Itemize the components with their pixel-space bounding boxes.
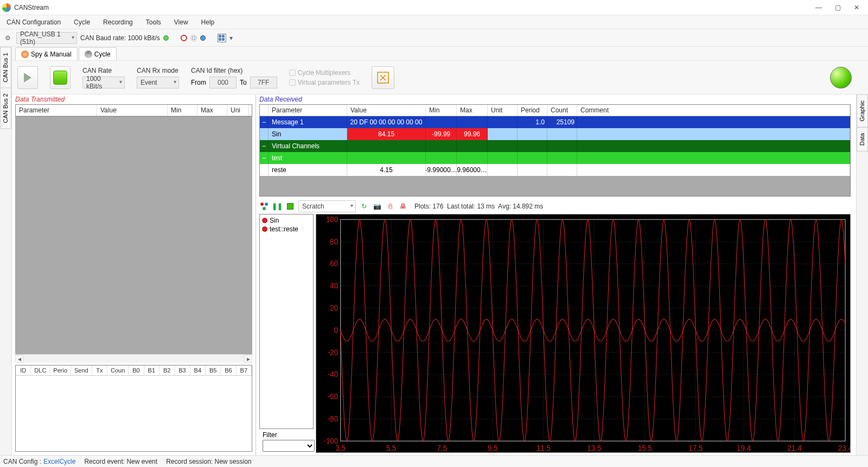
play-button[interactable] <box>17 66 38 89</box>
tx-scrollbar[interactable]: ◂ ▸ <box>15 354 252 363</box>
menu-recording[interactable]: Recording <box>97 16 139 28</box>
rx-col-max[interactable]: Max <box>457 105 488 116</box>
txraw-col-send[interactable]: Send <box>71 365 92 375</box>
tx-col-min[interactable]: Min <box>168 105 197 116</box>
svg-text:60: 60 <box>330 260 338 268</box>
menu-help[interactable]: Help <box>195 16 221 28</box>
menu-tools[interactable]: Tools <box>139 16 168 28</box>
print-icon[interactable]: 🖶 <box>398 201 408 211</box>
txraw-col-b1[interactable]: B1 <box>144 365 159 375</box>
virtual-tx-checkbox[interactable]: Virtual parameters Tx <box>289 79 360 86</box>
maximize-button[interactable]: ▢ <box>835 4 841 11</box>
tx-col-uni[interactable]: Uni <box>227 105 249 116</box>
rx-cell-comment <box>577 128 850 140</box>
menu-can-configuration[interactable]: CAN Configuration <box>0 16 67 28</box>
legend-item[interactable]: Sin <box>262 217 311 224</box>
filter-from-input[interactable] <box>209 77 237 89</box>
layout-dropdown-arrow[interactable]: ▾ <box>229 34 233 42</box>
rx-row[interactable]: −Virtual Channels <box>260 140 850 152</box>
rx-col-count[interactable]: Count <box>547 105 577 116</box>
layout-grid-button[interactable] <box>218 34 226 42</box>
refresh-icon[interactable]: ↻ <box>359 201 369 211</box>
status-config-link[interactable]: ExcelCycle <box>43 458 75 465</box>
expand-toggle[interactable] <box>260 128 269 140</box>
txraw-col-b4[interactable]: B4 <box>190 365 206 375</box>
statusbar: CAN Config : ExcelCycle Record event: Ne… <box>0 455 868 467</box>
status-config-label: CAN Config : <box>3 458 41 465</box>
tab-cycle[interactable]: Cycle <box>79 47 117 60</box>
green-box-button[interactable] <box>50 66 71 89</box>
pause-icon[interactable]: ❚❚ <box>272 201 282 211</box>
graph-preset-select[interactable]: Scratch <box>298 200 356 212</box>
config-button[interactable] <box>372 66 394 89</box>
close-button[interactable]: ✕ <box>854 4 859 11</box>
can-rate-select[interactable]: 1000 kBit/s <box>82 77 125 89</box>
txraw-col-b3[interactable]: B3 <box>175 365 190 375</box>
snapshot-icon[interactable]: ⎙ <box>385 201 395 211</box>
expand-toggle[interactable] <box>260 164 269 176</box>
legend-item[interactable]: test::reste <box>262 225 311 233</box>
expand-toggle[interactable]: − <box>260 116 269 128</box>
window-title: CANStream <box>14 4 49 11</box>
filter-to-input[interactable] <box>250 77 277 89</box>
device-select[interactable]: PCAN_USB 1 (51h) <box>16 32 77 44</box>
rx-col-comment[interactable]: Comment <box>577 105 850 116</box>
menu-cycle[interactable]: Cycle <box>67 16 97 28</box>
stop-button[interactable] <box>190 35 197 41</box>
legend-label: Sin <box>270 217 279 224</box>
rx-mode-select[interactable]: Event <box>137 77 179 89</box>
tab-spy-manual[interactable]: Spy & Manual <box>15 47 78 60</box>
rx-row[interactable]: −test <box>260 152 850 164</box>
txraw-col-coun[interactable]: Coun <box>107 365 129 375</box>
txraw-col-b0[interactable]: B0 <box>129 365 144 375</box>
signal-chart[interactable]: -100-80-60-40-200204060801003.55.57.59.5… <box>316 214 850 452</box>
vtab-can-bus-1[interactable]: CAN Bus 1 <box>0 47 11 88</box>
expand-toggle[interactable]: − <box>260 140 269 152</box>
txraw-col-b5[interactable]: B5 <box>206 365 221 375</box>
rx-cell-value <box>347 152 426 164</box>
txraw-col-b6[interactable]: B6 <box>221 365 236 375</box>
rx-col-value[interactable]: Value <box>347 105 426 116</box>
graph-toolbar: ❚❚ Scratch ↻ 📷 ⎙ 🖶 Plots: 176 Last total… <box>259 199 851 214</box>
tx-col-max[interactable]: Max <box>197 105 227 116</box>
rx-col-min[interactable]: Min <box>426 105 457 116</box>
cycle-mux-checkbox[interactable]: Cycle Multiplexers <box>289 69 360 77</box>
vtab-can-bus-2[interactable]: CAN Bus 2 <box>0 87 11 129</box>
filter-select[interactable] <box>263 440 315 452</box>
rx-col-unit[interactable]: Unit <box>488 105 518 116</box>
tx-col-value[interactable]: Value <box>97 105 168 116</box>
svg-text:11.5: 11.5 <box>537 444 551 452</box>
rx-mode-value: Event <box>141 79 157 86</box>
rx-row[interactable]: −Message 120 DF 00 00 00 00 00 001.02510… <box>260 116 850 128</box>
txraw-col-b7[interactable]: B7 <box>237 365 252 375</box>
txraw-col-id[interactable]: ID <box>16 365 31 375</box>
scroll-right-icon[interactable]: ▸ <box>244 355 252 363</box>
rx-cell-period <box>518 140 547 152</box>
rx-row[interactable]: reste4.15-9.99000…9.96000… <box>260 164 850 176</box>
txraw-col-b2[interactable]: B2 <box>159 365 175 375</box>
expand-toggle[interactable]: − <box>260 152 269 164</box>
titlebar: CANStream — ▢ ✕ <box>0 0 868 15</box>
txraw-col-perio[interactable]: Perio <box>50 365 71 375</box>
rx-col-parameter[interactable]: Parameter <box>269 105 347 116</box>
menu-view[interactable]: View <box>168 16 195 28</box>
channels-icon[interactable] <box>259 201 269 211</box>
txraw-col-dlc[interactable]: DLC <box>31 365 50 375</box>
vside-graphic[interactable]: Graphic <box>857 94 868 128</box>
record-button[interactable] <box>181 35 187 41</box>
gear-icon[interactable]: ⚙ <box>2 33 13 43</box>
txraw-col-tx[interactable]: Tx <box>92 365 107 375</box>
vside-data[interactable]: Data <box>857 127 868 152</box>
minimize-button[interactable]: — <box>815 4 822 11</box>
marker-dot-icon[interactable] <box>200 35 206 41</box>
stop-square-icon[interactable] <box>285 201 295 211</box>
rx-cell-period <box>518 164 547 176</box>
to-label: To <box>240 79 247 86</box>
tx-col-parameter[interactable]: Parameter <box>16 105 97 116</box>
rx-col-period[interactable]: Period <box>518 105 547 116</box>
camera-icon[interactable]: 📷 <box>372 201 382 211</box>
can-rate-value: 1000 kBit/s <box>86 75 116 90</box>
scroll-left-icon[interactable]: ◂ <box>15 355 23 363</box>
rx-row[interactable]: Sin84.15-99.9999.96 <box>260 128 850 140</box>
svg-text:-60: -60 <box>328 393 339 401</box>
